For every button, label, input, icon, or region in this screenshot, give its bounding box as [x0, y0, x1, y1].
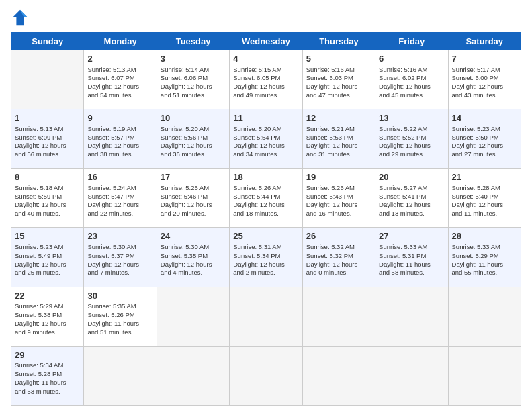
calendar-week-row: 8Sunrise: 5:18 AMSunset: 5:59 PMDaylight… [11, 169, 521, 228]
day-info: Sunrise: 5:18 AM [15, 184, 80, 193]
calendar-cell: 15Sunrise: 5:23 AMSunset: 5:49 PMDayligh… [11, 228, 84, 287]
day-info: Sunrise: 5:35 AM [87, 302, 152, 311]
day-info: and 43 minutes. [452, 91, 517, 100]
day-info: Sunset: 5:29 PM [452, 252, 517, 261]
day-info: Sunset: 6:05 PM [233, 74, 298, 83]
day-info: Sunrise: 5:16 AM [306, 66, 371, 75]
day-number: 23 [87, 230, 152, 242]
day-info: Daylight: 12 hours [233, 142, 298, 150]
day-number: 25 [233, 230, 298, 242]
day-number: 7 [452, 53, 517, 65]
day-info: Sunset: 5:37 PM [87, 252, 152, 261]
day-info: and 55 minutes. [452, 269, 517, 277]
day-info: Sunrise: 5:34 AM [15, 361, 80, 370]
day-info: Sunset: 5:53 PM [306, 134, 371, 142]
calendar-cell: 1Sunrise: 5:13 AMSunset: 6:09 PMDaylight… [11, 109, 84, 169]
day-info: Sunrise: 5:23 AM [15, 243, 80, 252]
calendar-cell: 7Sunrise: 5:17 AMSunset: 6:00 PMDaylight… [448, 50, 521, 109]
day-info: Sunset: 5:34 PM [233, 252, 298, 261]
day-info: Sunset: 5:46 PM [161, 193, 226, 201]
day-info: Sunset: 5:56 PM [161, 134, 226, 142]
day-info: Daylight: 12 hours [15, 261, 80, 269]
day-info: Daylight: 12 hours [379, 142, 444, 150]
day-info: and 29 minutes. [379, 150, 444, 159]
day-info: Sunrise: 5:20 AM [161, 125, 226, 134]
calendar-cell: 11Sunrise: 5:20 AMSunset: 5:54 PMDayligh… [230, 109, 302, 169]
day-info: Sunrise: 5:13 AM [87, 66, 152, 75]
day-info: Sunset: 5:57 PM [87, 134, 152, 142]
day-number: 5 [306, 53, 371, 65]
day-info: Sunrise: 5:20 AM [233, 125, 298, 134]
day-info: Sunrise: 5:26 AM [233, 184, 298, 193]
day-info: Daylight: 12 hours [306, 142, 371, 150]
day-info: and 0 minutes. [306, 269, 371, 277]
day-info: Daylight: 12 hours [15, 320, 80, 328]
day-header-tuesday: Tuesday [157, 33, 229, 50]
calendar-cell [84, 346, 157, 405]
day-info: Sunrise: 5:25 AM [161, 184, 226, 193]
day-number: 30 [87, 290, 152, 302]
day-number: 6 [379, 53, 444, 65]
day-info: and 49 minutes. [233, 91, 298, 100]
day-number: 14 [452, 112, 517, 124]
day-info: and 9 minutes. [15, 328, 80, 337]
day-number: 10 [161, 112, 226, 124]
day-header-saturday: Saturday [448, 33, 521, 50]
calendar-cell: 20Sunrise: 5:27 AMSunset: 5:41 PMDayligh… [375, 169, 448, 228]
day-info: Sunrise: 5:33 AM [379, 243, 444, 252]
day-info: and 53 minutes. [15, 387, 80, 396]
calendar-cell: 9Sunrise: 5:19 AMSunset: 5:57 PMDaylight… [84, 109, 157, 169]
calendar-cell [375, 287, 448, 346]
day-number: 22 [15, 290, 80, 302]
day-info: Daylight: 12 hours [452, 83, 517, 91]
day-number: 12 [306, 112, 371, 124]
day-info: Sunset: 6:02 PM [379, 74, 444, 83]
calendar-week-row: 1Sunrise: 5:13 AMSunset: 6:09 PMDaylight… [11, 109, 521, 169]
day-info: and 40 minutes. [15, 210, 80, 218]
calendar-cell: 28Sunrise: 5:33 AMSunset: 5:29 PMDayligh… [448, 228, 521, 287]
day-info: Daylight: 12 hours [233, 261, 298, 269]
day-info: and 20 minutes. [161, 210, 226, 218]
day-info: Sunset: 5:31 PM [379, 252, 444, 261]
day-info: Sunset: 5:59 PM [15, 193, 80, 201]
day-info: Sunrise: 5:17 AM [452, 66, 517, 75]
calendar-header-row: SundayMondayTuesdayWednesdayThursdayFrid… [11, 33, 521, 50]
calendar-cell [448, 346, 521, 405]
calendar-cell [302, 346, 375, 405]
calendar-cell: 17Sunrise: 5:25 AMSunset: 5:46 PMDayligh… [157, 169, 229, 228]
day-info: Daylight: 12 hours [87, 261, 152, 269]
day-number: 20 [379, 171, 444, 183]
day-info: Daylight: 12 hours [15, 201, 80, 210]
calendar-cell: 6Sunrise: 5:16 AMSunset: 6:02 PMDaylight… [375, 50, 448, 109]
calendar-cell [11, 50, 84, 109]
day-info: Daylight: 12 hours [87, 201, 152, 210]
calendar-cell: 29Sunrise: 5:34 AMSunset: 5:28 PMDayligh… [11, 346, 84, 405]
day-info: and 2 minutes. [233, 269, 298, 277]
day-info: and 56 minutes. [15, 150, 80, 159]
day-info: Daylight: 11 hours [87, 320, 152, 328]
day-info: Sunrise: 5:13 AM [15, 125, 80, 134]
day-info: Sunset: 5:35 PM [161, 252, 226, 261]
day-info: and 27 minutes. [452, 150, 517, 159]
calendar-cell: 2Sunrise: 5:13 AMSunset: 6:07 PMDaylight… [84, 50, 157, 109]
calendar-cell: 8Sunrise: 5:18 AMSunset: 5:59 PMDaylight… [11, 169, 84, 228]
day-info: Sunset: 5:26 PM [87, 311, 152, 320]
day-info: and 47 minutes. [306, 91, 371, 100]
calendar-week-row: 2Sunrise: 5:13 AMSunset: 6:07 PMDaylight… [11, 50, 521, 109]
calendar-cell [448, 287, 521, 346]
calendar-cell [230, 287, 302, 346]
day-info: Daylight: 12 hours [161, 83, 226, 91]
day-header-friday: Friday [375, 33, 448, 50]
day-header-thursday: Thursday [302, 33, 375, 50]
day-info: Sunset: 6:07 PM [87, 74, 152, 83]
day-info: Daylight: 12 hours [233, 201, 298, 210]
calendar-cell [157, 346, 229, 405]
day-number: 13 [379, 112, 444, 124]
day-info: Daylight: 12 hours [87, 142, 152, 150]
day-number: 16 [87, 171, 152, 183]
day-number: 24 [161, 230, 226, 242]
calendar-cell: 26Sunrise: 5:32 AMSunset: 5:32 PMDayligh… [302, 228, 375, 287]
day-info: Sunset: 5:47 PM [87, 193, 152, 201]
day-number: 1 [15, 112, 80, 124]
day-header-sunday: Sunday [11, 33, 84, 50]
